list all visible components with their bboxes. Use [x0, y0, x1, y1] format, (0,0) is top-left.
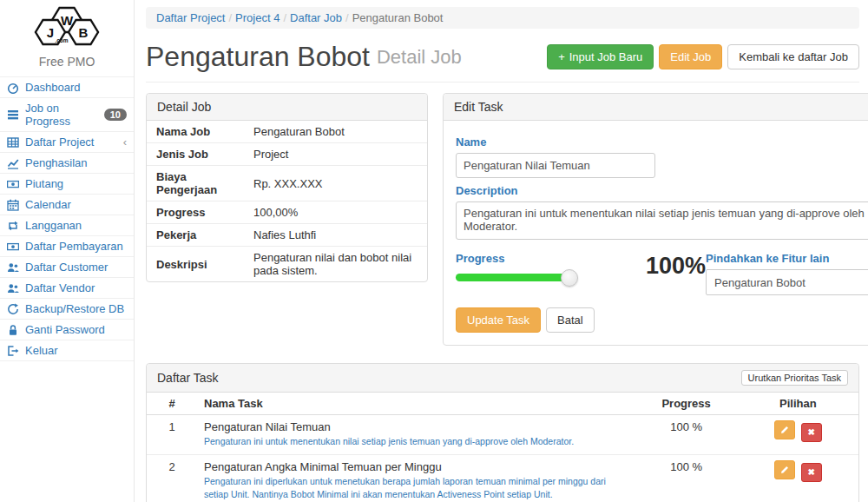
- delete-task-button[interactable]: ✖: [801, 423, 822, 442]
- progress-value: 100%: [646, 253, 706, 295]
- detail-label: Nama Job: [147, 121, 244, 143]
- sidebar-item-label: Job on Progress: [25, 102, 98, 128]
- detail-label: Deskripsi: [147, 247, 244, 282]
- table-row: Nama JobPengaturan Bobot: [147, 121, 427, 143]
- sidebar-item-penghasilan[interactable]: Penghasilan: [0, 152, 134, 173]
- detail-value: 100,00%: [244, 201, 427, 224]
- retweet-icon: [7, 220, 19, 232]
- edit-task-title: Edit Task: [454, 100, 503, 114]
- breadcrumb-link-daftar-job[interactable]: Daftar Job: [290, 11, 342, 24]
- sidebar-item-daftar-project[interactable]: Daftar Project ‹: [0, 131, 134, 152]
- progress-slider-track[interactable]: [456, 274, 570, 281]
- sidebar-item-label: Daftar Pembayaran: [25, 240, 123, 253]
- table-row: PekerjaNafies Luthfi: [147, 224, 427, 247]
- tasks-icon: [7, 109, 19, 121]
- table-row: 2 Pengaturan Angka Minimal Temuan per Mi…: [147, 455, 858, 502]
- sidebar: W J B .com Free PMO Dashboard Job on Pro…: [0, 0, 135, 502]
- task-progress: 100 %: [635, 415, 738, 455]
- detail-value: Pengaturan Bobot: [244, 121, 427, 143]
- task-description: Pengaturan ini untuk menentukan nilai se…: [204, 435, 628, 448]
- sidebar-item-label: Backup/Restore DB: [25, 302, 124, 315]
- kembali-ke-daftar-job-button[interactable]: Kembali ke daftar Job: [727, 44, 859, 69]
- detail-value: Pengaturan nilai dan bobot nilai pada si…: [244, 247, 427, 282]
- x-icon: ✖: [807, 468, 814, 477]
- sidebar-item-backup-restore[interactable]: Backup/Restore DB: [0, 298, 134, 319]
- sidebar-item-daftar-customer[interactable]: Daftar Customer: [0, 256, 134, 277]
- column-header-nama-task: Nama Task: [197, 393, 635, 415]
- edit-task-form: Name Description Pengaturan ini untuk me…: [444, 121, 868, 345]
- update-task-button[interactable]: Update Task: [456, 307, 541, 333]
- table-row: 1 Pengaturan Nilai Temuan Pengaturan ini…: [147, 415, 858, 455]
- detail-value: Rp. XXX.XXX: [244, 166, 427, 201]
- sidebar-item-label: Ganti Password: [25, 323, 105, 336]
- pencil-icon: [779, 465, 790, 475]
- table-row: DeskripsiPengaturan nilai dan bobot nila…: [147, 247, 427, 282]
- header-actions: +Input Job Baru Edit Job Kembali ke daft…: [547, 44, 859, 69]
- money-icon: [7, 241, 19, 253]
- sidebar-item-dashboard[interactable]: Dashboard: [0, 76, 134, 97]
- users-icon: [7, 282, 19, 294]
- edit-task-panel-heading: Edit Task: [444, 94, 868, 121]
- task-description-textarea[interactable]: Pengaturan ini untuk menentukan nilai se…: [456, 201, 868, 240]
- task-table: # Nama Task Progress Pilihan 1 Pengatura…: [147, 393, 858, 502]
- progress-slider-fill: [456, 274, 570, 281]
- task-number: 2: [147, 455, 197, 502]
- sidebar-nav: Dashboard Job on Progress 10 Daftar Proj…: [0, 76, 134, 361]
- task-name: Pengaturan Angka Minimal Temuan per Ming…: [204, 460, 628, 473]
- urutkan-prioritas-task-button-top[interactable]: Urutkan Prioritas Task: [741, 370, 848, 386]
- task-table-header-row: # Nama Task Progress Pilihan: [147, 393, 858, 415]
- sidebar-item-job-on-progress[interactable]: Job on Progress 10: [0, 97, 134, 131]
- sidebar-item-label: Langganan: [25, 219, 82, 232]
- breadcrumb-link-daftar-project[interactable]: Daftar Project: [156, 11, 225, 24]
- x-icon: ✖: [807, 428, 814, 437]
- progress-label: Progress: [456, 252, 634, 265]
- line-chart-icon: [7, 157, 19, 169]
- detail-value: Nafies Luthfi: [244, 224, 427, 247]
- sidebar-item-keluar[interactable]: Keluar: [0, 340, 134, 361]
- breadcrumb-link-project-4[interactable]: Project 4: [235, 11, 279, 24]
- task-actions: ✖: [738, 455, 858, 502]
- sidebar-item-label: Calendar: [25, 198, 71, 211]
- edit-task-button[interactable]: [774, 420, 795, 439]
- pencil-icon: [779, 425, 790, 435]
- edit-job-button[interactable]: Edit Job: [659, 44, 722, 69]
- svg-text:.com: .com: [55, 37, 68, 43]
- sidebar-item-calendar[interactable]: Calendar: [0, 194, 134, 215]
- edit-task-panel: Edit Task Name Description Pengaturan in…: [443, 93, 868, 346]
- table-row: Jenis JobProject: [147, 143, 427, 166]
- brand-name: Free PMO: [0, 55, 134, 69]
- sidebar-item-label: Daftar Project: [25, 135, 94, 149]
- input-job-baru-label: Input Job Baru: [569, 50, 643, 63]
- batal-button[interactable]: Batal: [546, 307, 595, 333]
- sidebar-item-label: Keluar: [25, 344, 58, 357]
- sidebar-item-ganti-password[interactable]: Ganti Password: [0, 319, 134, 340]
- chevron-left-icon: ‹: [123, 136, 127, 148]
- breadcrumb-separator: /: [279, 11, 290, 24]
- task-description: Pengaturan ini diperlukan untuk menetuka…: [204, 475, 628, 501]
- task-cell: Pengaturan Angka Minimal Temuan per Ming…: [197, 455, 635, 502]
- daftar-task-panel-heading: Daftar Task Urutkan Prioritas Task: [147, 364, 858, 393]
- task-name-input[interactable]: [456, 153, 655, 178]
- calendar-icon: [7, 199, 19, 211]
- sidebar-item-daftar-vendor[interactable]: Daftar Vendor: [0, 277, 134, 298]
- detail-value: Project: [244, 143, 427, 166]
- input-job-baru-button[interactable]: +Input Job Baru: [547, 44, 654, 69]
- sidebar-item-daftar-pembayaran[interactable]: Daftar Pembayaran: [0, 235, 134, 256]
- delete-task-button[interactable]: ✖: [801, 463, 822, 482]
- progress-slider-handle[interactable]: [561, 269, 578, 287]
- panels-row: Detail Job Nama JobPengaturan Bobot Jeni…: [146, 93, 859, 346]
- sidebar-item-piutang[interactable]: Piutang: [0, 173, 134, 194]
- breadcrumb-current: Pengaturan Bobot: [352, 11, 444, 24]
- move-feature-label: Pindahkan ke Fitur lain: [706, 252, 868, 265]
- edit-task-button[interactable]: [774, 460, 795, 479]
- plus-icon: +: [558, 50, 565, 63]
- move-feature-select[interactable]: Pengaturan Bobot ▼: [706, 269, 868, 295]
- column-header-pilihan: Pilihan: [738, 393, 858, 415]
- detail-label: Pekerja: [147, 224, 244, 247]
- detail-label: Jenis Job: [147, 143, 244, 166]
- description-label: Description: [456, 184, 868, 197]
- users-icon: [7, 261, 19, 274]
- app-logo: W J B .com Free PMO: [0, 0, 134, 76]
- sidebar-item-label: Dashboard: [25, 81, 81, 94]
- sidebar-item-langganan[interactable]: Langganan: [0, 215, 134, 235]
